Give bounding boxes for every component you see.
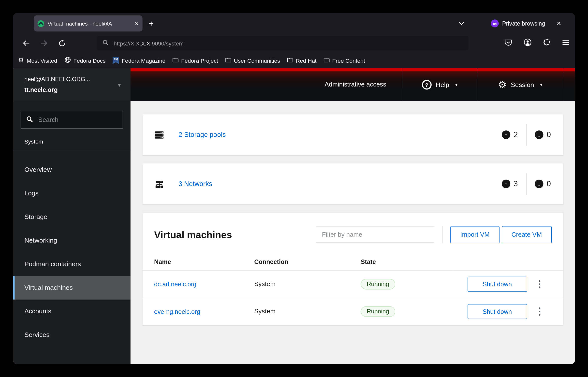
titlebar-right: ∞ Private browsing ✕ xyxy=(458,19,575,27)
up-arrow-icon: ↑ xyxy=(502,180,510,188)
table-row: eve-ng.neelc.org System Running Shut dow… xyxy=(143,298,563,325)
sidebar-item-storage[interactable]: Storage xyxy=(13,205,130,229)
firefox-window: Virtual machines - neel@A ✕ + ∞ Private … xyxy=(13,13,575,364)
url-text: https://X.X.X.X:9090/system xyxy=(114,40,184,46)
sidebar-section-system: System xyxy=(13,138,130,150)
vm-table: Name Connection State dc.ad.neelc.org Sy… xyxy=(143,253,563,325)
networks-card: 3 Networks ↑ 3 ↓ 0 xyxy=(143,163,563,204)
sidebar-item-overview[interactable]: Overview xyxy=(13,158,130,181)
sidebar-item-accounts[interactable]: Accounts xyxy=(13,300,130,323)
browser-tab[interactable]: Virtual machines - neel@A ✕ xyxy=(34,15,142,32)
column-state: State xyxy=(360,253,454,271)
cockpit-app: neel@AD.NEELC.ORG... tt.neelc.org ▾ Syst… xyxy=(13,68,575,364)
virtual-machines-card: Virtual machines Import VM Create VM xyxy=(143,213,563,325)
row-actions: Shut down xyxy=(455,277,563,292)
help-question-icon: ? xyxy=(422,80,432,90)
folder-icon xyxy=(173,57,178,64)
gear-icon: ⚙ xyxy=(18,57,24,64)
fm-badge-icon: FM xyxy=(113,57,119,64)
new-tab-button[interactable]: + xyxy=(149,19,154,28)
help-menu[interactable]: ? Help ▾ xyxy=(402,68,477,101)
vm-name-link[interactable]: dc.ad.neelc.org xyxy=(154,281,196,287)
session-gear-icon: ⚙ xyxy=(498,80,507,90)
toolbar-icons xyxy=(504,38,570,48)
host-selector[interactable]: neel@AD.NEELC.ORG... tt.neelc.org ▾ xyxy=(13,68,130,101)
tab-strip: Virtual machines - neel@A ✕ + ∞ Private … xyxy=(13,13,575,34)
session-menu[interactable]: ⚙ Session ▾ xyxy=(477,68,563,101)
globe-icon xyxy=(64,57,71,64)
bookmark-fedora-magazine[interactable]: FM Fedora Magazine xyxy=(113,57,165,64)
screen-background: Virtual machines - neel@A ✕ + ∞ Private … xyxy=(0,0,588,377)
masthead: Administrative access ? Help ▾ ⚙ Session… xyxy=(131,68,575,101)
storage-pools-counts: ↑ 2 ↓ 0 xyxy=(502,124,551,145)
administrative-access-button[interactable]: Administrative access xyxy=(309,81,402,89)
private-browsing-badge: ∞ Private browsing xyxy=(491,19,545,27)
back-button[interactable] xyxy=(19,40,32,46)
storage-pools-card: 2 Storage pools ↑ 2 ↓ 0 xyxy=(143,114,563,155)
page-content: 2 Storage pools ↑ 2 ↓ 0 xyxy=(131,101,575,364)
menu-hamburger-icon[interactable] xyxy=(562,39,570,47)
reload-button[interactable] xyxy=(56,40,68,47)
create-vm-button[interactable]: Create VM xyxy=(502,226,552,243)
network-tree-icon xyxy=(155,179,164,188)
bookmark-fedora-docs[interactable]: Fedora Docs xyxy=(64,57,106,64)
forward-button[interactable] xyxy=(38,40,50,46)
import-vm-button[interactable]: Import VM xyxy=(451,226,500,243)
networks-link[interactable]: 3 Networks xyxy=(178,180,212,188)
sidebar-item-networking[interactable]: Networking xyxy=(13,229,130,252)
vm-card-header: Virtual machines Import VM Create VM xyxy=(143,226,563,243)
vm-connection: System xyxy=(254,308,275,315)
bookmark-user-communities[interactable]: User Communities xyxy=(225,57,280,64)
tab-close-icon[interactable]: ✕ xyxy=(134,20,139,26)
vm-toolbar: Import VM Create VM xyxy=(316,226,552,243)
kebab-menu-icon[interactable] xyxy=(537,306,542,317)
up-arrow-icon: ↑ xyxy=(502,130,510,139)
bookmarks-toolbar: ⚙ Most Visited Fedora Docs FM Fedora Mag… xyxy=(13,53,575,68)
table-row: dc.ad.neelc.org System Running Shut down xyxy=(143,271,563,298)
folder-icon xyxy=(323,57,329,64)
storage-pools-link[interactable]: 2 Storage pools xyxy=(178,131,226,139)
shut-down-button[interactable]: Shut down xyxy=(468,304,527,319)
private-mask-icon: ∞ xyxy=(491,19,499,27)
down-count: 0 xyxy=(547,130,551,139)
down-count: 0 xyxy=(547,180,551,188)
help-caret-icon: ▾ xyxy=(455,82,457,87)
host-name: tt.neelc.org xyxy=(24,86,120,93)
bookmark-free-content[interactable]: Free Content xyxy=(323,57,365,64)
logged-in-user: neel@AD.NEELC.ORG... xyxy=(24,76,120,82)
account-icon[interactable] xyxy=(524,38,532,48)
bookmark-fedora-project[interactable]: Fedora Project xyxy=(173,57,218,64)
down-arrow-icon: ↓ xyxy=(535,130,543,139)
sidebar-item-podman-containers[interactable]: Podman containers xyxy=(13,252,130,276)
table-header-row: Name Connection State xyxy=(143,253,563,271)
cockpit-favicon-icon xyxy=(38,20,44,27)
status-badge: Running xyxy=(361,279,395,290)
tab-title: Virtual machines - neel@A xyxy=(48,20,131,26)
kebab-menu-icon[interactable] xyxy=(537,279,542,290)
extensions-puzzle-icon[interactable] xyxy=(543,38,551,48)
status-badge: Running xyxy=(361,306,395,317)
main-column: Administrative access ? Help ▾ ⚙ Session… xyxy=(131,68,575,364)
host-caret-icon: ▾ xyxy=(118,82,121,88)
sidebar-search[interactable] xyxy=(21,111,123,129)
navigation-toolbar: https://X.X.X.X:9090/system xyxy=(13,34,575,52)
down-arrow-icon: ↓ xyxy=(535,180,543,188)
bookmark-red-hat[interactable]: Red Hat xyxy=(287,57,316,64)
sidebar-item-services[interactable]: Services xyxy=(13,323,130,347)
shut-down-button[interactable]: Shut down xyxy=(468,277,527,292)
toolbar-divider xyxy=(442,226,443,243)
private-browsing-label: Private browsing xyxy=(502,20,545,27)
pocket-icon[interactable] xyxy=(504,38,512,48)
filter-by-name-input[interactable] xyxy=(316,226,434,243)
url-bar[interactable]: https://X.X.X.X:9090/system xyxy=(97,36,469,50)
sidebar-nav: Overview Logs Storage Networking Podman … xyxy=(13,150,130,347)
vm-name-link[interactable]: eve-ng.neelc.org xyxy=(154,308,200,315)
sidebar-item-logs[interactable]: Logs xyxy=(13,181,130,205)
tab-list-chevron-icon[interactable] xyxy=(458,20,465,27)
up-count: 2 xyxy=(514,130,518,139)
search-input[interactable] xyxy=(38,116,118,124)
sidebar: neel@AD.NEELC.ORG... tt.neelc.org ▾ Syst… xyxy=(13,68,130,364)
sidebar-item-virtual-machines[interactable]: Virtual machines xyxy=(13,276,130,300)
bookmark-most-visited[interactable]: ⚙ Most Visited xyxy=(18,57,57,64)
window-close-icon[interactable]: ✕ xyxy=(556,20,561,27)
